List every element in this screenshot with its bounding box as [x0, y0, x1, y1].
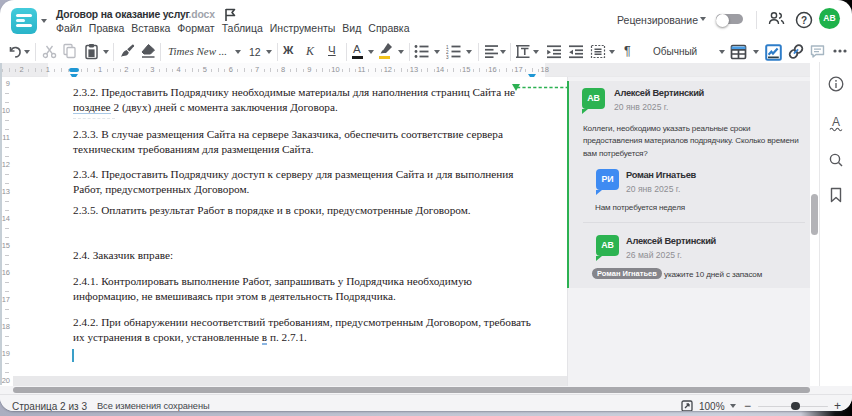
svg-text:A: A	[832, 116, 840, 129]
svg-text:3: 3	[446, 55, 449, 59]
svg-text:?: ?	[801, 15, 807, 26]
